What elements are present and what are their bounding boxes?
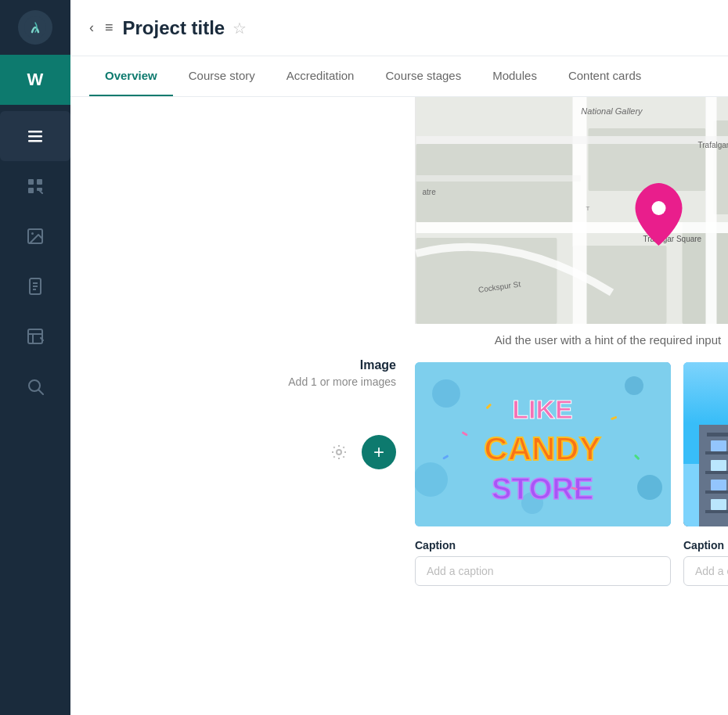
svg-rect-30 [416,136,729,144]
sidebar-item-template[interactable] [0,311,70,361]
image-thumb-2[interactable] [683,362,728,526]
image-label-section: Image Add 1 or more images + [89,358,396,469]
svg-point-9 [31,232,34,235]
image-field-label: Image [89,358,396,372]
caption-label-1: Caption [415,539,671,552]
svg-text:atre: atre [423,188,437,196]
svg-text:STORE: STORE [492,472,593,505]
svg-rect-6 [28,188,34,193]
back-button[interactable]: ‹ [89,20,94,36]
sidebar-item-image[interactable] [0,211,70,261]
svg-text:Trafalgar Sq: Trafalgar Sq [698,141,729,149]
svg-point-43 [625,376,643,395]
svg-point-19 [337,450,341,455]
sidebar: W [0,0,70,715]
svg-text:National Gallery: National Gallery [581,106,643,116]
captions-row: Caption Caption [415,539,728,598]
svg-text:CANDY: CANDY [484,430,600,467]
sidebar-item-search[interactable] [0,361,70,411]
svg-text:T: T [586,205,590,212]
caption-block-2: Caption [683,539,728,586]
sidebar-item-doc[interactable] [0,261,70,311]
tab-accreditation[interactable]: Accreditation [271,56,370,97]
svg-rect-69 [711,499,726,510]
svg-rect-2 [28,135,42,138]
svg-text:LIKE: LIKE [512,394,572,424]
page-title: Project title [123,17,225,39]
tab-overview[interactable]: Overview [89,56,173,97]
map-hint-text: Aid the user with a hint of the required… [415,324,728,362]
svg-rect-66 [711,480,726,490]
favorite-star-icon[interactable]: ☆ [232,19,247,38]
tab-modules[interactable]: Modules [477,56,553,97]
svg-rect-3 [28,140,42,142]
svg-point-45 [637,475,662,500]
svg-line-18 [39,390,44,395]
app-logo[interactable] [18,10,52,45]
caption-label-2: Caption [683,539,728,552]
caption-input-2[interactable] [683,556,728,586]
svg-rect-21 [416,144,573,222]
right-content-panel: National Gallery Trafalgar Sq Trafalgar … [415,97,728,715]
sidebar-item-w[interactable]: W [0,55,70,105]
main-content: ‹ ≡ Project title ☆ Overview Course stor… [70,0,728,715]
tabs-bar: Overview Course story Accreditation Cour… [70,56,728,97]
svg-point-40 [652,201,666,215]
tab-course-stages[interactable]: Course stages [369,56,477,97]
sidebar-item-chart[interactable] [0,161,70,211]
svg-rect-63 [711,460,726,471]
sidebar-logo [0,0,70,55]
image-thumb-1[interactable]: LIKE CANDY STORE [415,362,671,526]
content-area: Image Add 1 or more images + [70,97,728,715]
svg-rect-73 [705,471,728,474]
map-container[interactable]: National Gallery Trafalgar Sq Trafalgar … [415,97,728,324]
hamburger-icon[interactable]: ≡ [105,20,114,36]
header: ‹ ≡ Project title ☆ [70,0,728,56]
tab-content-cards[interactable]: Content cards [553,56,657,97]
svg-point-42 [432,379,460,408]
svg-rect-74 [705,490,728,494]
caption-block-1: Caption [415,539,671,586]
svg-rect-60 [711,440,726,451]
image-field-sublabel: Add 1 or more images [89,375,396,388]
svg-point-44 [415,462,448,497]
svg-rect-59 [707,433,728,437]
svg-rect-31 [416,175,581,181]
svg-rect-4 [28,179,34,185]
svg-rect-28 [416,222,729,233]
svg-rect-29 [706,97,717,324]
images-row: LIKE CANDY STORE [415,362,728,539]
svg-rect-5 [37,179,42,185]
caption-input-1[interactable] [415,556,671,586]
image-actions: + [89,435,396,469]
add-image-button[interactable]: + [362,435,396,469]
svg-rect-75 [705,510,728,513]
svg-rect-72 [705,451,728,455]
image-settings-button[interactable] [326,439,352,465]
left-label-panel: Image Add 1 or more images + [70,97,415,715]
sidebar-navigation [0,111,70,411]
svg-rect-27 [573,97,587,324]
svg-rect-14 [28,329,42,343]
tab-course-story[interactable]: Course story [173,56,271,97]
svg-rect-1 [28,131,42,133]
sidebar-item-menu[interactable] [0,111,70,161]
